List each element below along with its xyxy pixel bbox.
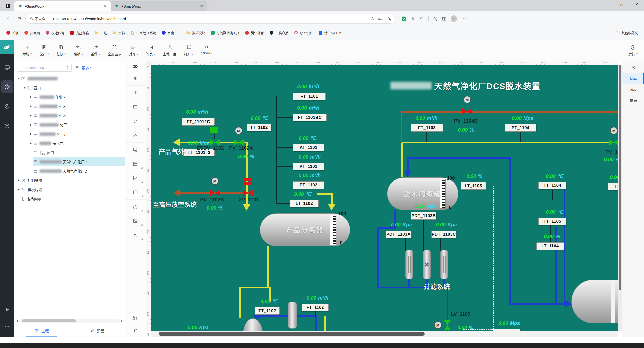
tree-item-提示窗口[interactable]: 提示窗口 <box>14 148 125 157</box>
sidebar-item-monitor[interactable] <box>2 61 13 74</box>
pipe-orange[interactable] <box>401 112 618 113</box>
minimize-button[interactable]: – <box>599 0 614 9</box>
loose-value[interactable]: 0.00% <box>604 157 618 162</box>
other-favorites[interactable]: 其他收藏夹 <box>613 29 640 36</box>
maximize-button[interactable]: □ <box>614 0 629 9</box>
tag-PDT_1103B[interactable]: PDT_1103B <box>411 212 436 220</box>
tag-PT_1101[interactable]: PT_1101 <box>292 163 324 170</box>
sidebar-item-playsolid[interactable] <box>2 303 13 316</box>
bookmark-item[interactable]: 原型设计 <box>292 29 315 36</box>
valve-label-PV_1104B[interactable]: PV_1104B <box>454 118 478 124</box>
pipe-yellow[interactable] <box>402 142 403 177</box>
app-logo[interactable] <box>0 40 14 54</box>
tab-close-icon[interactable]: ✕ <box>102 4 108 9</box>
browser-menu-icon[interactable]: ⋯ <box>461 16 466 22</box>
tag-TT[interactable]: TT <box>608 182 618 190</box>
valve-PV_1102A[interactable] <box>234 139 244 146</box>
properties-tab-基本[interactable]: 基本 <box>622 73 644 84</box>
loose-value[interactable]: 0.00% <box>238 154 254 160</box>
tag-value-FT_1102[interactable]: 0.00m³/h <box>306 295 328 301</box>
valve-PV_1104B[interactable] <box>462 108 472 115</box>
tag-TT_1102[interactable]: TT_1102 <box>255 307 280 314</box>
tag-LT_1103[interactable]: LT_1103 <box>461 182 486 190</box>
tag-value-LT_1102[interactable]: 0.00℃ <box>294 191 311 197</box>
tool-polygon[interactable] <box>125 114 146 128</box>
pipe-blue[interactable] <box>297 315 317 317</box>
caret-right-icon[interactable] <box>30 114 32 117</box>
tag-value-PDT_1103B[interactable]: 0.00Kpa <box>415 203 436 209</box>
tag-value-PDT_1103A[interactable]: 0.00Kpa <box>391 222 412 228</box>
panel-tab-配置[interactable]: 配置 <box>70 325 125 336</box>
tag-PT_1104[interactable]: PT_1104 <box>504 124 536 132</box>
tree-item-净化二厂[interactable]: 净化二厂 <box>14 139 125 148</box>
toolbar-zoom-button[interactable]: 100%∨ <box>197 44 216 58</box>
tree-item-化一厂[interactable]: 化一厂 <box>14 130 125 139</box>
tool-rectangle[interactable] <box>125 100 146 114</box>
sidebar-item-palette[interactable] <box>2 80 13 94</box>
pipe-blue[interactable] <box>407 158 409 172</box>
caret-right-icon[interactable] <box>18 188 20 191</box>
tab-close-icon[interactable]: ✕ <box>198 4 204 9</box>
pipe-blue[interactable] <box>408 279 410 288</box>
valve-PV_1102B[interactable] <box>210 190 220 196</box>
caret-right-icon[interactable] <box>30 124 32 126</box>
extension-shield-icon[interactable] <box>401 16 407 22</box>
caret-right-icon[interactable] <box>30 142 32 145</box>
vessel-product-separator[interactable]: 产品分离器 <box>260 213 350 246</box>
tag-PT_1102[interactable]: PT_1102 <box>292 181 324 189</box>
browser-tab-2[interactable]: FSmartWorx✕ <box>111 2 207 12</box>
scroll-left-icon[interactable]: ◀ <box>15 320 19 322</box>
filter-vessel-1[interactable] <box>406 250 413 279</box>
bookmark-item[interactable]: 数采模块 <box>184 29 207 36</box>
diagram-title[interactable]: 天然气净化厂DCS脱水装置 <box>390 80 540 92</box>
sidebar-item-target[interactable] <box>2 100 13 113</box>
pipe-yellow[interactable] <box>267 246 269 286</box>
pipe-yellow[interactable] <box>239 286 241 318</box>
valve-LV_1103[interactable] <box>444 320 451 330</box>
toolbar-undo-button[interactable]: 撤销∨ <box>70 44 87 58</box>
canvas-horizontal-scrollbar[interactable] <box>151 331 618 336</box>
tag-value-PDT_1103C[interactable]: 0.00Kpa <box>436 222 457 228</box>
tag-value-PDT_1104A[interactable]: 0.00Mpa <box>498 320 520 326</box>
profile-avatar[interactable] <box>451 16 457 22</box>
tag-value-TT[interactable]: 0.00℃ <box>610 174 618 180</box>
new-tab-button[interactable]: + <box>209 2 216 10</box>
tool-text[interactable] <box>125 86 146 100</box>
browser-tab-1[interactable]: FSmartWorx✕ <box>14 2 111 12</box>
tree-item-业区[interactable]: 业区 <box>14 111 125 120</box>
tree-horizontal-scrollbar[interactable]: ◀ ▶ <box>14 317 125 324</box>
tree-search-box[interactable] <box>17 64 72 72</box>
vessel-column[interactable] <box>288 302 297 328</box>
caret-right-icon[interactable] <box>30 105 32 108</box>
caret-down-icon[interactable] <box>18 78 20 80</box>
tag-value-PT_1104[interactable]: 0.00Mpa <box>512 116 533 121</box>
toolbar-copy-button[interactable]: 复制∨ <box>53 44 70 58</box>
toolbar-plus-button[interactable]: 添加∨ <box>19 44 36 58</box>
pipe-yellow[interactable] <box>239 286 271 288</box>
tree-item-业区[interactable]: 业区 <box>14 102 125 111</box>
translate-icon[interactable]: aあ <box>378 16 383 21</box>
run-button[interactable]: 运行∨ <box>624 44 642 58</box>
tag-value-LT_1103[interactable]: 0.00% <box>466 174 482 179</box>
tree-item-移动app[interactable]: 移动app <box>14 194 125 203</box>
extension-c-icon[interactable] <box>420 16 424 21</box>
tool-image[interactable]: ❯ <box>125 214 146 228</box>
tree-item-天然气净化厂D[interactable]: 天然气净化厂D <box>14 157 125 166</box>
bookmark-item[interactable]: 新浪 <box>4 29 21 36</box>
bookmark-item[interactable]: 山猫直播 <box>267 29 290 36</box>
toolbar-redo-button[interactable]: 重做∨ <box>87 44 104 58</box>
valve-XV_1101[interactable] <box>243 190 253 196</box>
pipe-blue[interactable] <box>408 158 511 159</box>
reload-button[interactable] <box>14 14 24 24</box>
sidebar-item-cube[interactable] <box>2 120 13 132</box>
properties-tab-app[interactable]: app <box>622 84 644 95</box>
tag-value-PT_1102[interactable]: 0.00m³/h <box>298 173 320 178</box>
tag-FT_1102[interactable]: FT_1102 <box>302 304 329 311</box>
address-bar[interactable]: 不安全 | 192.168.0.124:3000/#/admin/hmi/das… <box>26 14 395 24</box>
sidebar-item-dots[interactable] <box>2 320 13 333</box>
tag-FT_11012C[interactable]: FT_11012C <box>182 118 214 126</box>
loose-value[interactable]: 0.00% <box>206 205 222 211</box>
plant-label[interactable]: 过滤系统 <box>424 282 450 291</box>
caret-right-icon[interactable] <box>30 96 32 98</box>
bookmark-item[interactable]: 销售易CRM <box>316 29 344 36</box>
